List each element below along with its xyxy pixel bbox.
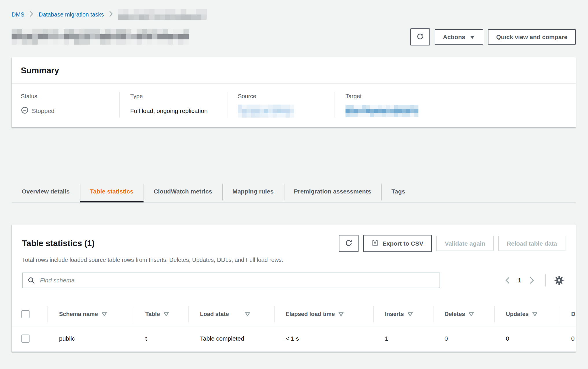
stopped-circle-minus-icon (21, 106, 29, 116)
current-page-number[interactable]: 1 (518, 277, 521, 284)
type-label: Type (130, 93, 218, 100)
refresh-icon (416, 33, 424, 41)
sort-triangle-icon[interactable] (245, 312, 250, 316)
cell-elapsed-load-time: < 1 s (274, 326, 373, 352)
table-statistics-panel: Table statistics (1) Export to (12, 224, 576, 352)
source-label: Source (238, 93, 326, 100)
breadcrumb: DMS Database migration tasks (12, 9, 576, 20)
summary-panel: Summary Status Stopped Type Full load, o… (12, 57, 576, 127)
search-icon (27, 277, 35, 284)
page-header: Actions Quick view and compare (12, 28, 576, 45)
next-page-button[interactable] (527, 275, 537, 286)
tab-bar: Overview details Table statistics CloudW… (12, 183, 576, 202)
quick-view-compare-button[interactable]: Quick view and compare (488, 29, 576, 45)
actions-button[interactable]: Actions (435, 29, 483, 45)
cell-updates: 0 (494, 326, 560, 352)
sort-triangle-icon[interactable] (532, 312, 537, 316)
table-statistics-table: Schema name Table Load state Elapsed loa… (12, 303, 576, 352)
download-icon (372, 240, 378, 247)
cell-inserts: 1 (373, 326, 433, 352)
summary-field-source: Source (227, 92, 335, 118)
sort-triangle-icon[interactable] (102, 312, 107, 316)
chevron-right-icon (109, 11, 113, 19)
chevron-right-icon (30, 11, 33, 19)
sort-triangle-icon[interactable] (339, 312, 343, 316)
summary-fields: Status Stopped Type Full load, ongoing r… (12, 84, 576, 127)
export-csv-button[interactable]: Export to CSV (363, 235, 432, 252)
type-value: Full load, ongoing replication (130, 105, 218, 117)
tab-cloudwatch-metrics[interactable]: CloudWatch metrics (144, 183, 222, 202)
divider (545, 274, 546, 286)
column-header-load-state[interactable]: Load state (188, 303, 274, 326)
chevron-left-icon (505, 277, 510, 284)
refresh-button[interactable] (410, 28, 430, 45)
column-header-deletes[interactable]: Deletes (433, 303, 494, 326)
previous-page-button[interactable] (502, 275, 513, 286)
status-label: Status (21, 93, 111, 100)
summary-field-target: Target (335, 92, 576, 118)
cell-schema-name: public (47, 326, 134, 352)
status-value: Stopped (32, 107, 54, 114)
summary-field-type: Type Full load, ongoing replication (119, 92, 227, 118)
column-header-schema-name[interactable]: Schema name (47, 303, 134, 326)
column-header-elapsed-load-time[interactable]: Elapsed load time (274, 303, 373, 326)
validate-again-label: Validate again (445, 240, 485, 246)
select-all-cell (12, 303, 47, 326)
tab-mapping-rules[interactable]: Mapping rules (222, 183, 284, 202)
search-field (22, 273, 440, 288)
dms-task-page: DMS Database migration tasks Actions (0, 0, 588, 352)
header-actions: Actions Quick view and compare (410, 28, 576, 45)
sort-triangle-icon[interactable] (164, 312, 169, 316)
breadcrumb-link-dms[interactable]: DMS (12, 11, 24, 18)
column-header-inserts[interactable]: Inserts (373, 303, 433, 326)
reload-table-data-label: Reload table data (507, 240, 557, 246)
cell-ddls-clipped: 0 (560, 326, 576, 352)
tab-overview-details[interactable]: Overview details (12, 183, 80, 202)
tab-tags[interactable]: Tags (381, 183, 415, 202)
export-csv-label: Export to CSV (383, 240, 423, 246)
summary-field-status: Status Stopped (12, 92, 119, 118)
row-checkbox[interactable] (21, 335, 30, 343)
breadcrumb-link-tasks[interactable]: Database migration tasks (38, 11, 104, 18)
target-label: Target (346, 93, 567, 100)
select-all-checkbox[interactable] (21, 310, 30, 318)
table-statistics-actions: Export to CSV Validate again Reload tabl… (339, 235, 565, 252)
target-link-redacted[interactable] (346, 105, 418, 117)
sort-triangle-icon[interactable] (408, 312, 413, 316)
chevron-right-icon (530, 277, 534, 284)
summary-title: Summary (21, 65, 565, 76)
preferences-button[interactable] (553, 274, 565, 287)
validate-again-button[interactable]: Validate again (436, 236, 494, 251)
table-refresh-button[interactable] (339, 235, 359, 252)
find-schema-input[interactable] (22, 273, 440, 288)
tab-premigration-assessments[interactable]: Premigration assessments (284, 183, 381, 202)
cell-table: t (134, 326, 188, 352)
gear-icon (554, 275, 564, 286)
column-header-table[interactable]: Table (134, 303, 188, 326)
reload-table-data-button[interactable]: Reload table data (498, 236, 565, 251)
sort-triangle-icon[interactable] (469, 312, 474, 316)
column-header-updates[interactable]: Updates (494, 303, 560, 326)
quick-view-label: Quick view and compare (496, 34, 567, 40)
column-header-ddls-clipped[interactable]: D (560, 303, 576, 326)
actions-button-label: Actions (443, 34, 465, 40)
source-link-redacted[interactable] (238, 105, 294, 118)
refresh-icon (345, 239, 352, 248)
page-title-redacted (12, 29, 189, 45)
cell-load-state: Table completed (188, 326, 274, 352)
pagination: 1 (502, 274, 565, 287)
table-statistics-title: Table statistics (1) (22, 238, 95, 249)
summary-header: Summary (12, 57, 576, 84)
table-statistics-description: Total rows include loaded source table r… (12, 257, 576, 263)
tab-table-statistics[interactable]: Table statistics (80, 183, 144, 202)
caret-down-icon (470, 34, 475, 40)
breadcrumb-current-redacted[interactable] (118, 9, 207, 20)
row-select-cell (12, 326, 47, 352)
cell-deletes: 0 (433, 326, 494, 352)
